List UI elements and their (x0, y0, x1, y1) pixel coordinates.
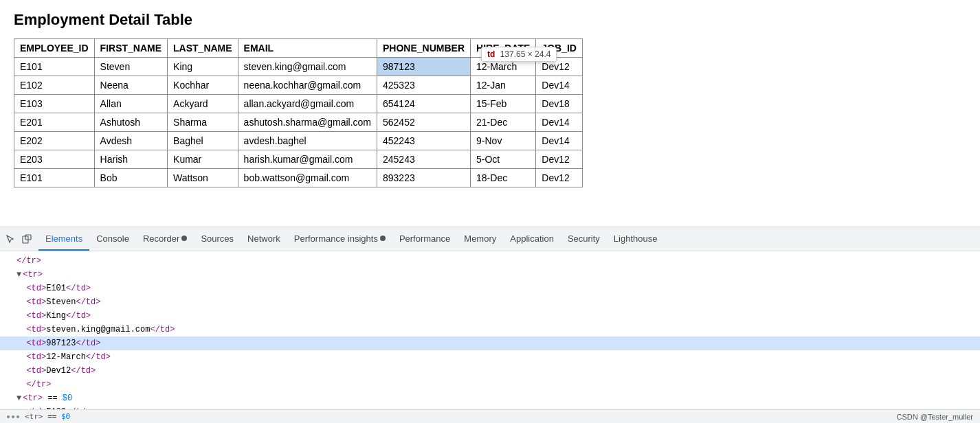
cell-5-5: 5-Oct (471, 150, 536, 169)
cell-1-6: Dev14 (536, 76, 583, 95)
cell-6-4: 893223 (377, 169, 471, 187)
cell-6-3: bob.wattson@gmail.com (238, 169, 377, 187)
table-row: E103AllanAckyardallan.ackyard@gmail.com6… (14, 95, 583, 113)
cell-2-2: Ackyard (168, 95, 238, 113)
tab-performance-insights[interactable]: Performance insights (287, 227, 392, 251)
cell-2-6: Dev18 (536, 95, 583, 113)
cell-0-1: Steven (94, 58, 167, 76)
cell-1-4: 425323 (377, 76, 471, 95)
table-row: E102NeenaKochharneena.kochhar@gmail.com4… (14, 76, 583, 95)
dom-code-line[interactable]: <td>E101</td> (0, 282, 980, 295)
cell-3-0: E201 (14, 113, 95, 132)
tab-console[interactable]: Console (89, 227, 136, 251)
cell-5-2: Kumar (168, 150, 238, 169)
devtools-toolbar: Elements Console Recorder Sources Networ… (0, 227, 980, 251)
cell-2-1: Allan (94, 95, 167, 113)
cell-6-0: E101 (14, 169, 95, 187)
cell-1-5: 12-Jan (471, 76, 536, 95)
cell-5-0: E203 (14, 150, 95, 169)
perf-insights-badge (380, 236, 386, 241)
dom-code-line[interactable]: </tr> (0, 378, 980, 391)
cell-2-5: 15-Feb (471, 95, 536, 113)
devtools-panel: Elements Console Recorder Sources Networ… (0, 227, 980, 423)
cell-3-1: Ashutosh (94, 113, 167, 132)
table-row: E202AvdeshBaghelavdesh.baghel4522439-Nov… (14, 132, 583, 150)
dot-1 (7, 415, 10, 418)
dom-code-line[interactable]: <td>Steven</td> (0, 295, 980, 309)
cell-4-5: 9-Nov (471, 132, 536, 150)
cell-6-2: Wattson (168, 169, 238, 187)
tab-recorder[interactable]: Recorder (136, 227, 194, 251)
table-row: E101BobWattsonbob.wattson@gmail.com89322… (14, 169, 583, 187)
cell-5-3: harish.kumar@gmail.com (238, 150, 377, 169)
tab-elements[interactable]: Elements (38, 227, 89, 251)
tooltip-tag: td (487, 49, 495, 59)
dom-code-line[interactable]: ▼<tr> == $0 (0, 391, 980, 405)
cell-3-5: 21-Dec (471, 113, 536, 132)
cell-6-5: 18-Dec (471, 169, 536, 187)
status-dots (7, 415, 19, 418)
cell-1-1: Neena (94, 76, 167, 95)
element-tooltip: td 137.65 × 24.4 (481, 47, 557, 62)
col-header-last-name: LAST_NAME (168, 39, 238, 58)
tab-memory[interactable]: Memory (457, 227, 503, 251)
cell-4-6: Dev14 (536, 132, 583, 150)
dom-code-line[interactable]: <td>steven.king@gmail.com</td> (0, 323, 980, 336)
cell-4-0: E202 (14, 132, 95, 150)
table-row: E203HarishKumarharish.kumar@gmail.com245… (14, 150, 583, 169)
cell-4-2: Baghel (168, 132, 238, 150)
status-left: <tr> == $0 (7, 412, 70, 421)
cell-1-0: E102 (14, 76, 95, 95)
cell-6-6: Dev12 (536, 169, 583, 187)
webpage-area: Employment Detail Table EMPLOYEE_ID FIRS… (0, 0, 980, 227)
cell-0-2: King (168, 58, 238, 76)
cell-4-4: 452243 (377, 132, 471, 150)
toolbar-icon-group (3, 231, 34, 247)
status-element-code: <tr> == $0 (25, 412, 70, 421)
cell-5-6: Dev12 (536, 150, 583, 169)
dot-2 (12, 415, 14, 418)
col-header-employee-id: EMPLOYEE_ID (14, 39, 95, 58)
col-header-email: EMAIL (238, 39, 377, 58)
tab-performance[interactable]: Performance (392, 227, 457, 251)
cell-4-1: Avdesh (94, 132, 167, 150)
cell-3-6: Dev14 (536, 113, 583, 132)
dom-code-line[interactable]: </tr> (0, 254, 980, 268)
status-right: CSDN @Tester_muller (897, 413, 973, 421)
dot-3 (16, 415, 19, 418)
dom-code-line[interactable]: <td>987123</td> (0, 336, 980, 350)
dom-code-line[interactable]: <td>Dev12</td> (0, 364, 980, 378)
dom-code-line[interactable]: ▼<tr> (0, 268, 980, 282)
devtools-dom-tree[interactable]: </tr>▼<tr> <td>E101</td> <td>Steven</td>… (0, 251, 980, 409)
cell-0-4: 987123 (377, 58, 471, 76)
tab-lighthouse[interactable]: Lighthouse (607, 227, 665, 251)
cell-0-0: E101 (14, 58, 95, 76)
cell-2-4: 654124 (377, 95, 471, 113)
tab-sources[interactable]: Sources (194, 227, 241, 251)
cell-1-2: Kochhar (168, 76, 238, 95)
status-equals: == (47, 412, 61, 421)
dom-code-line[interactable]: <td>King</td> (0, 309, 980, 323)
tab-application[interactable]: Application (503, 227, 561, 251)
col-header-first-name: FIRST_NAME (94, 39, 167, 58)
cell-2-0: E103 (14, 95, 95, 113)
cell-5-1: Harish (94, 150, 167, 169)
cursor-icon[interactable] (3, 231, 18, 247)
table-row: E201AshutoshSharmaashutosh.sharma@gmail.… (14, 113, 583, 132)
cell-3-2: Sharma (168, 113, 238, 132)
tab-security[interactable]: Security (561, 227, 607, 251)
dom-code-line[interactable]: <td>12-March</td> (0, 350, 980, 364)
recorder-badge (181, 236, 187, 241)
box-icon[interactable] (19, 231, 34, 247)
cell-4-3: avdesh.baghel (238, 132, 377, 150)
cell-6-1: Bob (94, 169, 167, 187)
cell-1-3: neena.kochhar@gmail.com (238, 76, 377, 95)
devtools-tabs: Elements Console Recorder Sources Networ… (38, 227, 664, 251)
cell-3-4: 562452 (377, 113, 471, 132)
status-tag: <tr> (25, 412, 43, 421)
tab-network[interactable]: Network (241, 227, 287, 251)
tooltip-size: 137.65 × 24.4 (500, 49, 551, 59)
cell-2-3: allan.ackyard@gmail.com (238, 95, 377, 113)
cell-3-3: ashutosh.sharma@gmail.com (238, 113, 377, 132)
page-title: Employment Detail Table (14, 11, 966, 29)
